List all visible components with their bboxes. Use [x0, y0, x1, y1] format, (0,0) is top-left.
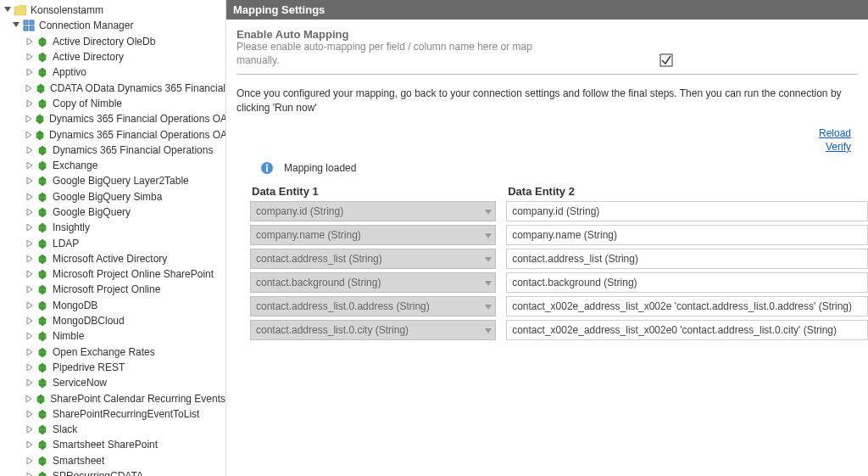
expander-right-icon[interactable]: [25, 68, 34, 76]
connection-icon: [36, 345, 49, 359]
expander-right-icon[interactable]: [25, 410, 34, 418]
tree-connection-item[interactable]: SharePoint Calendar Recurring Events: [0, 390, 225, 406]
expander-right-icon[interactable]: [25, 115, 32, 123]
entity1-field-dropdown[interactable]: contact.background (String): [250, 272, 496, 293]
entity1-field-dropdown[interactable]: contact.address_list.0.address (String): [250, 296, 496, 316]
connection-icon: [36, 35, 49, 48]
tree-item-label: Insightly: [53, 221, 90, 233]
expander-right-icon[interactable]: [25, 378, 34, 387]
tree-connection-item[interactable]: Google BigQuery Layer2Table: [0, 173, 225, 188]
tree-manager[interactable]: Connection Manager: [0, 18, 225, 33]
tree-connection-item[interactable]: Active Directory OleDb: [0, 34, 225, 49]
tree-connection-item[interactable]: Nimble: [0, 328, 225, 344]
expander-right-icon[interactable]: [25, 440, 34, 449]
expander-right-icon[interactable]: [25, 472, 34, 476]
entity1-field-dropdown[interactable]: company.id (String): [250, 201, 496, 221]
connection-icon: [36, 221, 49, 234]
verify-link[interactable]: Verify: [826, 141, 851, 153]
expander-down-icon[interactable]: [12, 21, 20, 30]
chevron-down-icon: [485, 324, 492, 336]
tree-connection-item[interactable]: Apptivo: [0, 64, 225, 80]
tree-connection-item[interactable]: Slack: [0, 422, 225, 437]
tree-connection-item[interactable]: Dynamics 365 Financial Operations: [0, 143, 225, 158]
svg-rect-0: [24, 20, 28, 25]
entity2-field-dropdown[interactable]: company.id (String): [506, 201, 868, 221]
expander-right-icon[interactable]: [25, 301, 34, 310]
entity1-field-dropdown[interactable]: company.name (String): [250, 225, 496, 245]
tree-connection-item[interactable]: Open Exchange Rates: [0, 344, 225, 360]
expander-right-icon[interactable]: [25, 285, 34, 294]
tree-connection-item[interactable]: SharePointRecurringEventToList: [0, 406, 225, 422]
entity2-field-dropdown[interactable]: contact_x002e_address_list_x002e0 'conta…: [506, 320, 868, 340]
expander-right-icon[interactable]: [25, 348, 34, 356]
connection-icon: [36, 299, 49, 312]
connection-icon: [36, 454, 49, 468]
expander-right-icon[interactable]: [25, 193, 34, 201]
expander-right-icon[interactable]: [25, 395, 33, 403]
expander-right-icon[interactable]: [25, 131, 32, 139]
svg-point-6: [266, 164, 268, 165]
tree-connection-item[interactable]: ServiceNow: [0, 375, 225, 390]
tree-item-label: Microsoft Project Online: [53, 283, 160, 295]
tree-connection-item[interactable]: LDAP: [0, 235, 225, 250]
connection-icon: [36, 361, 49, 374]
tree-item-label: Exchange: [53, 160, 97, 171]
expander-right-icon[interactable]: [25, 332, 34, 340]
expander-right-icon[interactable]: [25, 223, 34, 232]
expander-right-icon[interactable]: [25, 425, 34, 434]
reload-link[interactable]: Reload: [819, 127, 851, 139]
tree-connection-item[interactable]: Smartsheet SharePoint: [0, 437, 225, 452]
expander-right-icon[interactable]: [25, 239, 34, 248]
expander-right-icon[interactable]: [25, 99, 34, 108]
tree-item-label: Pipedrive REST: [53, 361, 125, 373]
connection-icon: [36, 143, 49, 157]
expander-right-icon[interactable]: [25, 363, 34, 372]
expander-right-icon[interactable]: [25, 456, 34, 465]
tree-connection-item[interactable]: Exchange: [0, 158, 225, 173]
expander-right-icon[interactable]: [25, 53, 34, 61]
enable-heading: Enable Auto Mapping: [236, 28, 846, 41]
tree-root[interactable]: Konsolenstamm: [0, 3, 225, 18]
entity2-field-dropdown[interactable]: contact.address_list (String): [506, 249, 868, 269]
tree-connection-item[interactable]: Active Directory: [0, 49, 225, 64]
entity1-field-dropdown[interactable]: contact.address_list.0.city (String): [250, 320, 496, 340]
tree-connection-item[interactable]: Pipedrive REST: [0, 360, 225, 375]
entity2-field-dropdown[interactable]: contact_x002e_address_list_x002e 'contac…: [506, 296, 868, 316]
tree-connection-item[interactable]: Smartsheet: [0, 453, 225, 468]
tree-item-label: MongoDB: [53, 300, 97, 311]
expander-down-icon[interactable]: [3, 6, 12, 14]
enable-checkbox[interactable]: [659, 58, 673, 70]
expander-right-icon[interactable]: [25, 84, 33, 92]
tree-connection-item[interactable]: Microsoft Active Directory: [0, 251, 225, 266]
entity2-field-dropdown[interactable]: company.name (String): [506, 225, 868, 245]
tree-connection-item[interactable]: Microsoft Project Online SharePoint: [0, 266, 225, 282]
tree-item-label: Apptivo: [53, 66, 86, 78]
tree-connection-item[interactable]: SPRecurringCDATA: [0, 468, 225, 476]
tree-connection-item[interactable]: Dynamics 365 Financial Operations OA: [0, 111, 225, 126]
connection-icon: [36, 314, 49, 328]
tree-item-label: Slack: [53, 423, 77, 435]
connection-icon: [36, 174, 49, 188]
tree-connection-item[interactable]: CDATA OData Dynamics 365 Financial: [0, 80, 225, 95]
entity2-field-dropdown[interactable]: contact.background (String): [506, 272, 868, 293]
expander-right-icon[interactable]: [25, 208, 34, 216]
expander-right-icon[interactable]: [25, 161, 34, 170]
tree-connection-item[interactable]: Microsoft Project Online: [0, 282, 225, 297]
tree-connection-item[interactable]: Google BigQuery: [0, 204, 225, 220]
entity1-field-dropdown[interactable]: contact.address_list (String): [250, 249, 496, 269]
tree-connection-item[interactable]: MongoDB: [0, 298, 225, 313]
tree-connection-item[interactable]: Copy of Nimble: [0, 96, 225, 111]
tree-connection-item[interactable]: Google BigQuery Simba: [0, 189, 225, 204]
tree-connection-item[interactable]: Dynamics 365 Financial Operations OA: [0, 126, 225, 142]
connection-icon: [34, 128, 46, 142]
expander-right-icon[interactable]: [25, 316, 34, 325]
expander-right-icon[interactable]: [25, 255, 34, 263]
expander-right-icon[interactable]: [25, 176, 34, 185]
tree-connection-item[interactable]: MongoDBCloud: [0, 313, 225, 328]
tree-connection-item[interactable]: Insightly: [0, 220, 225, 235]
expander-right-icon[interactable]: [25, 270, 34, 278]
tree-item-label: Dynamics 365 Financial Operations: [53, 144, 213, 156]
expander-right-icon[interactable]: [25, 146, 34, 154]
tree-item-label: Active Directory OleDb: [53, 36, 155, 48]
expander-right-icon[interactable]: [25, 37, 34, 46]
